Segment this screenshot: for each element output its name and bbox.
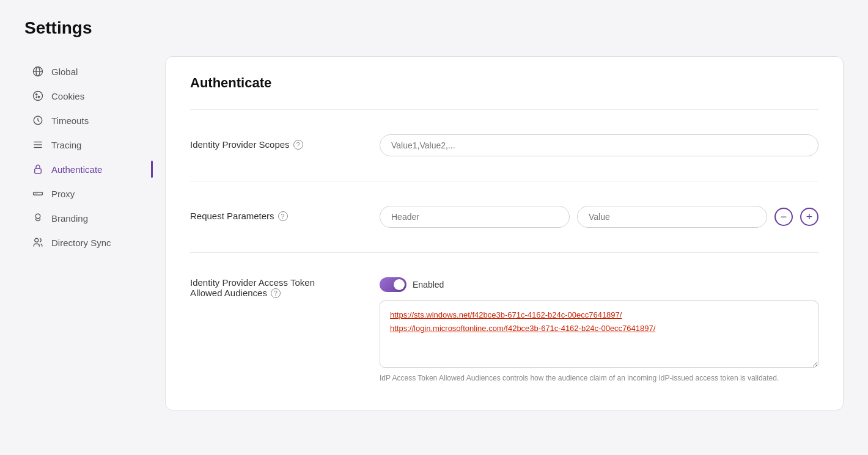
sidebar-item-timeouts[interactable]: Timeouts [24, 108, 153, 133]
svg-point-16 [35, 238, 39, 242]
request-parameters-label: Request Parameters ? [190, 206, 361, 221]
request-parameters-help-icon[interactable]: ? [278, 211, 288, 221]
sidebar-label-branding: Branding [51, 213, 88, 224]
sidebar-item-global[interactable]: Global [24, 59, 153, 84]
allowed-audiences-textarea[interactable] [380, 300, 818, 368]
divider-2 [190, 181, 818, 181]
access-token-label-main: Identity Provider Access Token [190, 277, 361, 288]
main-panel: Authenticate Identity Provider Scopes ? … [165, 56, 844, 410]
toggle-enabled-row: Enabled [380, 277, 818, 292]
identity-provider-scopes-input[interactable] [380, 134, 818, 156]
allowed-audiences-help-icon[interactable]: ? [271, 288, 281, 298]
identity-provider-scopes-help-icon[interactable]: ? [293, 140, 303, 150]
access-token-label-sub: Allowed Audiences ? [190, 288, 361, 298]
sidebar-item-tracing[interactable]: Tracing [24, 133, 153, 157]
lock-icon [32, 163, 44, 175]
add-parameter-button[interactable]: + [800, 208, 818, 226]
identity-provider-scopes-controls [380, 134, 818, 156]
identity-provider-scopes-label: Identity Provider Scopes ? [190, 134, 361, 150]
divider-1 [190, 109, 818, 110]
sidebar-item-branding[interactable]: Branding [24, 206, 153, 230]
sidebar-label-timeouts: Timeouts [51, 115, 89, 126]
request-parameters-header-input[interactable] [380, 206, 570, 228]
svg-point-6 [36, 97, 37, 98]
svg-rect-11 [35, 169, 42, 173]
svg-point-15 [35, 214, 40, 219]
sidebar-label-cookies: Cookies [51, 91, 84, 101]
sidebar-item-proxy[interactable]: Proxy [24, 181, 153, 206]
sidebar-item-authenticate[interactable]: Authenticate [24, 157, 153, 181]
sidebar-item-cookies[interactable]: Cookies [24, 84, 153, 108]
globe-icon [32, 65, 44, 78]
remove-parameter-button[interactable]: − [774, 208, 793, 226]
sidebar-item-directory-sync[interactable]: Directory Sync [24, 230, 153, 255]
page-title: Settings [24, 18, 844, 38]
proxy-icon [32, 187, 44, 200]
request-parameters-row: Request Parameters ? − + [190, 197, 818, 237]
sidebar: Global Cookies [24, 56, 153, 410]
sidebar-label-authenticate: Authenticate [51, 164, 102, 175]
access-token-controls: Enabled IdP Access Token Allowed Audienc… [380, 277, 818, 382]
toggle-thumb [394, 279, 405, 290]
access-token-label-block: Identity Provider Access Token Allowed A… [190, 277, 361, 298]
request-parameters-controls: − + [380, 206, 818, 228]
lines-icon [32, 139, 44, 151]
svg-point-4 [36, 94, 37, 95]
svg-point-3 [34, 92, 43, 101]
allowed-audiences-help-text: IdP Access Token Allowed Audiences contr… [380, 374, 818, 382]
sidebar-label-global: Global [51, 67, 78, 77]
toggle-enabled-label: Enabled [413, 280, 444, 289]
cookies-icon [32, 90, 44, 102]
section-title: Authenticate [190, 75, 818, 91]
access-token-toggle[interactable] [380, 277, 406, 292]
svg-point-5 [38, 96, 39, 97]
request-parameters-value-input[interactable] [577, 206, 767, 228]
branding-icon [32, 212, 44, 224]
identity-provider-scopes-row: Identity Provider Scopes ? [190, 125, 818, 166]
divider-3 [190, 252, 818, 253]
sidebar-label-proxy: Proxy [51, 189, 75, 199]
access-token-row: Identity Provider Access Token Allowed A… [190, 268, 818, 391]
sidebar-label-tracing: Tracing [51, 140, 81, 150]
clock-icon [32, 114, 44, 126]
directory-icon [32, 236, 44, 249]
sidebar-label-directory-sync: Directory Sync [51, 238, 111, 248]
